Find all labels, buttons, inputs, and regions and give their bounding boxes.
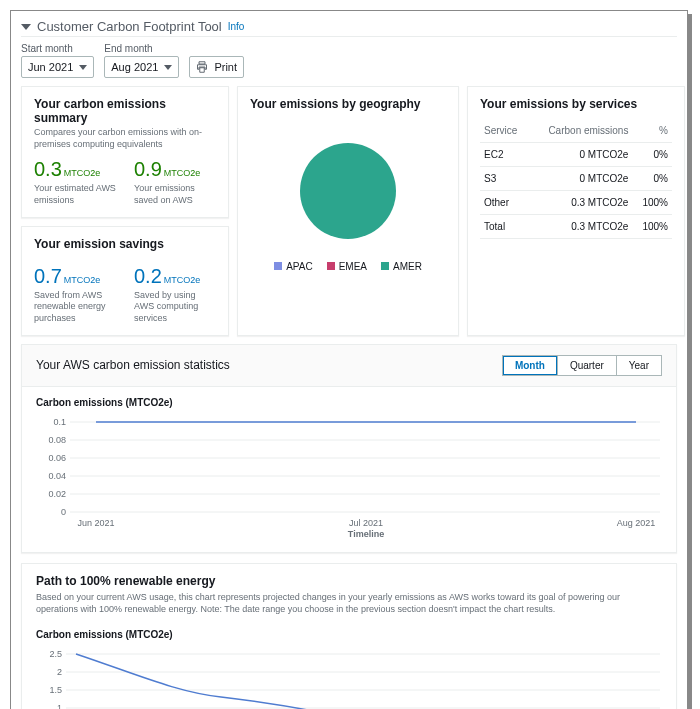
ytick: 0 bbox=[61, 507, 66, 517]
tab-year[interactable]: Year bbox=[617, 355, 662, 376]
legend-swatch-emea bbox=[327, 262, 335, 270]
path-card: Path to 100% renewable energy Based on y… bbox=[21, 563, 677, 709]
estimated-emissions-desc: Your estimated AWS emissions bbox=[34, 183, 116, 206]
stats-line-chart: 0.1 0.08 0.06 0.04 0.02 0 Jun 2021 Jul 2… bbox=[36, 412, 666, 538]
estimated-emissions-value: 0.3 bbox=[34, 158, 62, 180]
saved-emissions-unit: MTCO2e bbox=[164, 168, 201, 178]
start-month-select[interactable]: Jun 2021 bbox=[21, 56, 94, 78]
legend-amer: AMER bbox=[393, 261, 422, 272]
geography-card: Your emissions by geography APAC EMEA AM… bbox=[237, 86, 459, 336]
table-row: Total 0.3 MTCO2e 100% bbox=[480, 215, 672, 239]
services-cell: 100% bbox=[632, 215, 672, 239]
estimated-emissions-unit: MTCO2e bbox=[64, 168, 101, 178]
services-col-service: Service bbox=[480, 119, 529, 143]
legend-swatch-apac bbox=[274, 262, 282, 270]
saved-emissions-value: 0.9 bbox=[134, 158, 162, 180]
services-cell: EC2 bbox=[480, 143, 529, 167]
ytick: 2 bbox=[57, 667, 62, 677]
print-label: Print bbox=[214, 61, 237, 73]
summary-title: Your carbon emissions summary bbox=[34, 97, 216, 125]
collapse-caret-icon[interactable] bbox=[21, 24, 31, 30]
chevron-down-icon bbox=[79, 65, 87, 70]
path-chart-title: Carbon emissions (MTCO2e) bbox=[36, 629, 662, 640]
services-cell: 0 MTCO2e bbox=[529, 167, 633, 191]
ytick: 0.04 bbox=[48, 471, 66, 481]
end-month-select[interactable]: Aug 2021 bbox=[104, 56, 179, 78]
compute-savings-value: 0.2 bbox=[134, 265, 162, 287]
compute-savings-unit: MTCO2e bbox=[164, 275, 201, 285]
services-table: Service Carbon emissions % EC2 0 MTCO2e … bbox=[480, 119, 672, 239]
info-link[interactable]: Info bbox=[228, 21, 245, 32]
path-title: Path to 100% renewable energy bbox=[36, 574, 662, 588]
table-row: Other 0.3 MTCO2e 100% bbox=[480, 191, 672, 215]
page-header: Customer Carbon Footprint Tool Info bbox=[21, 19, 677, 37]
end-month-value: Aug 2021 bbox=[111, 61, 158, 73]
services-col-pct: % bbox=[632, 119, 672, 143]
ytick: 2.5 bbox=[49, 649, 62, 659]
ytick: 1.5 bbox=[49, 685, 62, 695]
chevron-down-icon bbox=[164, 65, 172, 70]
savings-title: Your emission savings bbox=[34, 237, 216, 251]
savings-card: Your emission savings 0.7MTCO2e Saved fr… bbox=[21, 226, 229, 336]
ytick: 0.06 bbox=[48, 453, 66, 463]
geography-legend: APAC EMEA AMER bbox=[274, 261, 422, 272]
services-cell: Other bbox=[480, 191, 529, 215]
table-row: EC2 0 MTCO2e 0% bbox=[480, 143, 672, 167]
services-cell: S3 bbox=[480, 167, 529, 191]
xtick: Jun 2021 bbox=[77, 518, 114, 528]
page-title: Customer Carbon Footprint Tool bbox=[37, 19, 222, 34]
services-cell: 0.3 MTCO2e bbox=[529, 215, 633, 239]
summary-subtitle: Compares your carbon emissions with on-p… bbox=[34, 127, 216, 150]
saved-emissions-desc: Your emissions saved on AWS bbox=[134, 183, 216, 206]
services-title: Your emissions by services bbox=[480, 97, 672, 111]
services-cell: 0% bbox=[632, 167, 672, 191]
stats-xlabel: Timeline bbox=[348, 529, 384, 538]
tab-month[interactable]: Month bbox=[502, 355, 558, 376]
ytick: 0.08 bbox=[48, 435, 66, 445]
summary-card: Your carbon emissions summary Compares y… bbox=[21, 86, 229, 218]
path-desc: Based on your current AWS usage, this ch… bbox=[36, 591, 662, 615]
renewable-savings-unit: MTCO2e bbox=[64, 275, 101, 285]
ytick: 0.1 bbox=[53, 417, 66, 427]
renewable-savings-value: 0.7 bbox=[34, 265, 62, 287]
services-cell: Total bbox=[480, 215, 529, 239]
services-cell: 0.3 MTCO2e bbox=[529, 191, 633, 215]
statistics-title: Your AWS carbon emission statistics bbox=[36, 358, 230, 372]
xtick: Aug 2021 bbox=[617, 518, 656, 528]
print-icon bbox=[196, 61, 208, 73]
ytick: 0.02 bbox=[48, 489, 66, 499]
ytick: 1 bbox=[57, 703, 62, 709]
start-month-value: Jun 2021 bbox=[28, 61, 73, 73]
legend-apac: APAC bbox=[286, 261, 313, 272]
path-line-chart: 2.5 2 1.5 1 0.5 0 2020 2021 2022 2023 20… bbox=[36, 644, 666, 709]
tab-quarter[interactable]: Quarter bbox=[558, 355, 617, 376]
end-month-label: End month bbox=[104, 43, 179, 54]
legend-emea: EMEA bbox=[339, 261, 367, 272]
controls-row: Start month Jun 2021 End month Aug 2021 … bbox=[21, 43, 677, 78]
statistics-card: Your AWS carbon emission statistics Mont… bbox=[21, 344, 677, 553]
renewable-savings-desc: Saved from AWS renewable energy purchase… bbox=[34, 290, 116, 325]
geography-pie-chart bbox=[300, 143, 396, 239]
services-cell: 0 MTCO2e bbox=[529, 143, 633, 167]
services-cell: 100% bbox=[632, 191, 672, 215]
time-segment-group: Month Quarter Year bbox=[502, 355, 662, 376]
start-month-label: Start month bbox=[21, 43, 94, 54]
table-row: S3 0 MTCO2e 0% bbox=[480, 167, 672, 191]
geography-title: Your emissions by geography bbox=[250, 97, 446, 111]
xtick: Jul 2021 bbox=[349, 518, 383, 528]
legend-swatch-amer bbox=[381, 262, 389, 270]
print-button[interactable]: Print bbox=[189, 56, 244, 78]
compute-savings-desc: Saved by using AWS computing services bbox=[134, 290, 216, 325]
services-col-emissions: Carbon emissions bbox=[529, 119, 633, 143]
stats-chart-title: Carbon emissions (MTCO2e) bbox=[36, 397, 662, 408]
services-cell: 0% bbox=[632, 143, 672, 167]
services-card: Your emissions by services Service Carbo… bbox=[467, 86, 685, 336]
